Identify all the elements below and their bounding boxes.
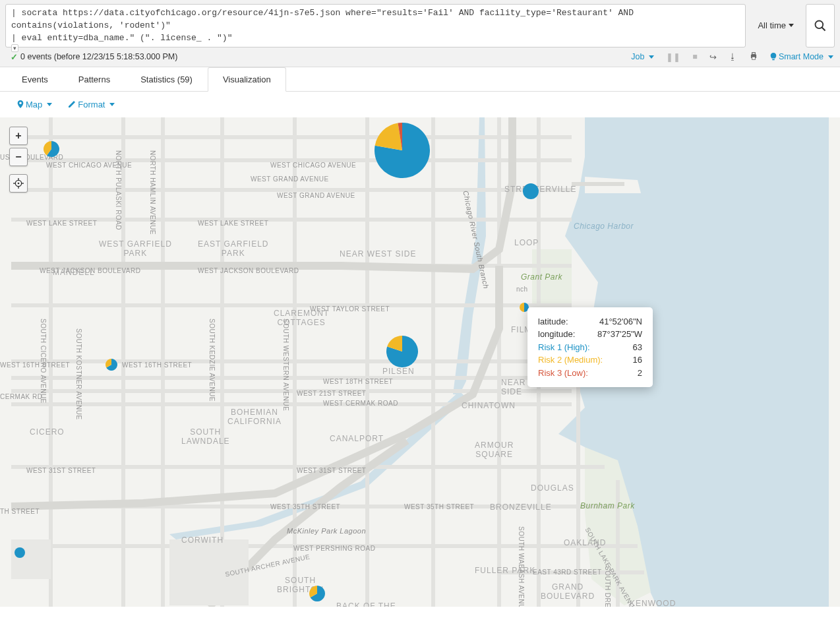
pie-marker[interactable] bbox=[44, 141, 59, 157]
tooltip-risk3-value: 2 bbox=[638, 367, 642, 380]
map-label: EAST 43RD STREET bbox=[533, 568, 602, 576]
map-label: WEST JACKSON BOULEVARD bbox=[198, 267, 299, 274]
tab-statistics[interactable]: Statistics (59) bbox=[125, 67, 208, 92]
map-label: WEST 31ST STREET bbox=[297, 467, 366, 474]
svg-point-42 bbox=[523, 183, 539, 199]
map-label: SOUTH CICERO AVENUE bbox=[40, 319, 47, 404]
format-menu[interactable]: Format bbox=[68, 100, 115, 109]
pie-marker[interactable] bbox=[105, 359, 117, 371]
map-label: WEST CHICAGO AVENUE bbox=[270, 162, 356, 169]
map-label: BACK OF THE bbox=[336, 601, 396, 607]
map-label: WEST LAKE STREET bbox=[198, 220, 268, 227]
map-label: CICERO bbox=[30, 427, 65, 437]
map-zoom-controls: + − bbox=[9, 127, 28, 193]
svg-point-43 bbox=[15, 547, 25, 558]
status-row: ✓ 0 events (before 12/23/15 5:18:53.000 … bbox=[0, 47, 840, 67]
map-label: STREETERVILLE bbox=[504, 185, 576, 194]
pie-marker[interactable] bbox=[309, 586, 325, 601]
map-label: SOUTH LAWNDALE bbox=[181, 427, 230, 446]
pie-marker[interactable] bbox=[386, 336, 418, 367]
tooltip-lat-value: 41°52'06"N bbox=[599, 315, 642, 328]
search-icon bbox=[814, 19, 827, 32]
pie-marker[interactable] bbox=[15, 547, 25, 558]
map-label: WEST 21ST STREET bbox=[297, 390, 366, 397]
map-label: BRONZEVILLE bbox=[490, 503, 552, 512]
time-range-picker[interactable]: All time bbox=[751, 4, 800, 47]
map-label: GRAND BOULEVARD bbox=[541, 582, 595, 601]
pie-marker[interactable] bbox=[523, 183, 539, 199]
tabs-row: Events Patterns Statistics (59) Visualiz… bbox=[0, 67, 840, 92]
map-label: SOUTH WESTERN AVENUE bbox=[282, 319, 289, 411]
lightbulb-icon bbox=[770, 53, 777, 61]
map-label: NORTH PULASKI ROAD bbox=[115, 150, 122, 230]
map-label: WEST 35TH STREET bbox=[404, 503, 474, 510]
locate-button[interactable] bbox=[9, 174, 28, 193]
map-label: WEST GARFIELD PARK bbox=[99, 239, 172, 258]
map-label: LOOP bbox=[514, 238, 539, 247]
viz-type-picker[interactable]: Map bbox=[17, 100, 52, 109]
tab-patterns[interactable]: Patterns bbox=[63, 67, 125, 92]
svg-point-5 bbox=[19, 102, 21, 104]
map-label: McKinley Park Lagoon bbox=[287, 527, 366, 535]
map-label: CERMAK RD bbox=[0, 393, 43, 400]
map-label: Burnham Park bbox=[580, 501, 635, 510]
svg-rect-35 bbox=[11, 539, 51, 579]
svg-point-0 bbox=[816, 20, 824, 28]
map-label: Chicago Harbor bbox=[574, 222, 634, 231]
search-bar-row: ▾ All time bbox=[0, 0, 840, 47]
tooltip-lon-value: 87°37'25"W bbox=[597, 328, 642, 341]
map-label: ARMOUR SQUARE bbox=[475, 441, 514, 459]
status-right: Job ❚❚ ■ ↪ ⭳ Smart Mode bbox=[631, 51, 833, 63]
share-icon[interactable]: ↪ bbox=[709, 52, 717, 62]
map-container[interactable]: USTA BOULEVARD WEST CHICAGO AVENUE WEST … bbox=[0, 117, 840, 607]
map-label: WEST GRAND AVENUE bbox=[277, 192, 355, 199]
search-input[interactable] bbox=[11, 7, 740, 45]
check-icon: ✓ bbox=[11, 52, 18, 62]
events-count-text: 0 events (before 12/23/15 5:18:53.000 PM… bbox=[20, 52, 177, 61]
pie-marker[interactable] bbox=[375, 123, 430, 178]
stop-icon[interactable]: ■ bbox=[692, 52, 698, 61]
smart-mode-menu[interactable]: Smart Mode bbox=[770, 52, 833, 61]
map-label: NORTH HAMLIN AVENUE bbox=[149, 150, 156, 235]
status-left: ✓ 0 events (before 12/23/15 5:18:53.000 … bbox=[11, 52, 177, 62]
pencil-icon bbox=[68, 100, 76, 108]
download-icon[interactable]: ⭳ bbox=[729, 52, 737, 61]
map-label: WEST 35TH STREET bbox=[270, 503, 340, 510]
map-label: SOUTH WABASH AVENUE bbox=[518, 526, 525, 607]
print-icon[interactable] bbox=[749, 51, 758, 63]
map-label: WEST GRAND AVENUE bbox=[251, 175, 329, 183]
map-label: DOUGLAS bbox=[531, 483, 574, 493]
tab-visualization[interactable]: Visualization bbox=[208, 67, 286, 92]
viz-subtoolbar: Map Format bbox=[0, 92, 840, 117]
map-label: CORWITH bbox=[181, 536, 224, 545]
map-label: EAST GARFIELD PARK bbox=[198, 239, 268, 258]
map-label: NEAR WEST SIDE bbox=[340, 249, 416, 259]
map-label: TH STREET bbox=[0, 508, 40, 515]
tooltip-risk3-label: Risk 3 (Low): bbox=[538, 367, 588, 380]
search-button[interactable] bbox=[806, 4, 835, 47]
svg-line-1 bbox=[822, 27, 825, 30]
map-label: SOUTH KEDZIE AVENUE bbox=[208, 319, 216, 402]
svg-point-37 bbox=[18, 182, 20, 184]
expand-query-handle[interactable]: ▾ bbox=[11, 44, 18, 52]
map-label: BOHEMIAN CALIFORNIA bbox=[227, 408, 282, 426]
map-label: CANALPORT bbox=[330, 434, 384, 443]
tooltip-risk2-value: 16 bbox=[633, 353, 642, 367]
tab-events[interactable]: Events bbox=[7, 67, 63, 92]
map-label: WEST 31ST STREET bbox=[26, 467, 96, 474]
map-label: WEST PERSHING ROAD bbox=[293, 545, 375, 552]
zoom-out-button[interactable]: − bbox=[9, 148, 28, 166]
map-label: FULLER PARK bbox=[475, 566, 535, 575]
zoom-in-button[interactable]: + bbox=[9, 127, 28, 145]
map-label: SOUTH KOSTNER AVENUE bbox=[75, 328, 82, 420]
map-label: WEST 18TH STREET bbox=[323, 378, 393, 385]
map-label: PILSEN bbox=[382, 367, 415, 376]
map-label: KENWOOD bbox=[630, 599, 676, 607]
tooltip-lon-label: longitude: bbox=[538, 328, 575, 341]
tooltip-risk1-value: 63 bbox=[633, 341, 642, 354]
pause-icon[interactable]: ❚❚ bbox=[666, 52, 680, 62]
svg-rect-4 bbox=[752, 57, 756, 59]
map-label: WEST LAKE STREET bbox=[26, 220, 97, 227]
job-menu[interactable]: Job bbox=[631, 52, 654, 61]
crosshair-icon bbox=[13, 178, 24, 189]
